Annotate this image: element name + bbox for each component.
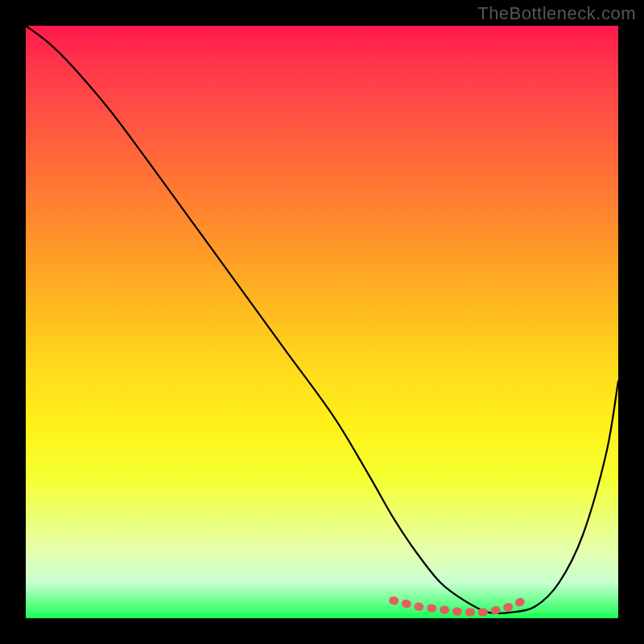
watermark-text: TheBottleneck.com — [477, 3, 636, 24]
bottleneck-curve — [26, 26, 618, 613]
chart-svg — [26, 26, 618, 618]
plot-area — [26, 26, 618, 618]
optimal-range-markers — [393, 601, 523, 613]
chart-frame: TheBottleneck.com — [0, 0, 644, 644]
